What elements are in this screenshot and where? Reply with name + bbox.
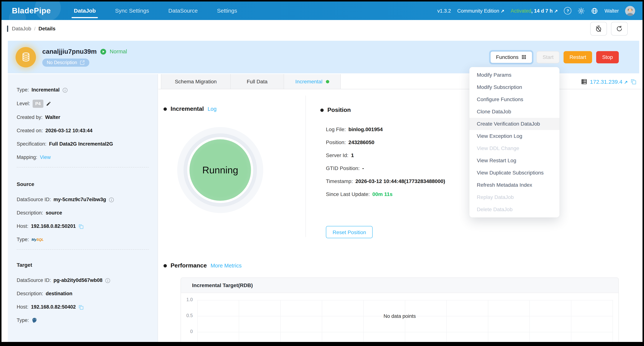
start-button[interactable]: Start (537, 51, 560, 63)
menu-item-replay-datajob: Replay DataJob (469, 191, 560, 203)
created-on-row: Created on:2026-03-12 10:43:44 (8, 127, 158, 134)
breadcrumb-current: Details (38, 25, 56, 31)
type-row: Type:Incremental (8, 86, 158, 94)
functions-button[interactable]: Functions (490, 51, 532, 63)
external-link-icon: ↗ (554, 8, 558, 13)
menu-item-configure-functions[interactable]: Configure Functions (469, 93, 560, 106)
pencil-edit-icon[interactable] (46, 101, 51, 106)
tab-schema-migration[interactable]: Schema Migration (161, 74, 230, 89)
navbar-right: v1.3.2 Community Edition ↗ Activated, 14… (437, 6, 635, 16)
copy-icon[interactable] (78, 224, 84, 229)
target-description-row: Description:destination (8, 290, 158, 298)
main-nav: DataJob Sync Settings DataSource Setting… (74, 1, 237, 20)
chart-title: Incremental Target(RDB) (181, 278, 618, 293)
log-file-row: Log File:binlog.001954 (326, 126, 445, 133)
restart-button[interactable]: Restart (564, 51, 592, 63)
phase-tabs: Schema Migration Full Data Incremental (161, 74, 341, 89)
menu-item-view-exception-log[interactable]: View Exception Log (469, 130, 560, 142)
job-actions: Functions Start Restart Stop (490, 51, 619, 63)
reset-position-button[interactable]: Reset Position (326, 226, 373, 238)
user-avatar[interactable] (625, 6, 635, 16)
copy-icon[interactable] (630, 78, 636, 85)
target-section-title: Target (17, 261, 158, 269)
job-name: canaljjiu7pnu39m (42, 48, 97, 55)
incremental-log-link[interactable]: Log (208, 106, 216, 112)
source-type-row: Type: MySQL (8, 236, 158, 243)
created-by-row: Created by:Walter (8, 114, 158, 121)
bullet-icon (164, 264, 167, 267)
bullet-icon (320, 108, 324, 112)
chart-empty-message: No data points (181, 314, 618, 319)
divider (158, 89, 642, 89)
job-info: canaljjiu7pnu39m Normal No Description (42, 48, 127, 66)
tab-full-data[interactable]: Full Data (230, 74, 284, 89)
timestamp-row: Timestamp:2026-03-12 10:44:48(1773283488… (326, 177, 445, 185)
breadcrumb-root[interactable]: DataJob (12, 25, 31, 31)
worker-ip-link[interactable]: 172.31.239.4 ↗ (590, 78, 628, 85)
incremental-section-head: Incremental Log (164, 106, 216, 112)
menu-item-modify-params[interactable]: Modify Params (469, 69, 560, 81)
worker-ip-row: 172.31.239.4 ↗ (581, 74, 636, 89)
timer-off-icon (595, 25, 602, 32)
username-label[interactable]: Walter (604, 8, 619, 13)
help-icon[interactable]: ? (564, 7, 572, 14)
tab-incremental[interactable]: Incremental (284, 74, 341, 89)
page-actions (590, 22, 628, 35)
since-last-update-row: Since Last Update:00m 11s (326, 190, 445, 198)
info-icon[interactable] (62, 87, 68, 93)
version-label: v1.3.2 (437, 8, 451, 13)
info-icon[interactable] (105, 278, 111, 283)
brand-logo[interactable]: BladePipe (12, 6, 51, 15)
target-type-row: Type: (8, 317, 158, 324)
mapping-view-link[interactable]: View (40, 154, 50, 161)
specification-row: Specification:Full Data2G Incremental2G (8, 140, 158, 148)
incremental-section-title: Incremental (170, 106, 204, 112)
language-globe-icon[interactable] (591, 7, 598, 14)
breadcrumb-row: DataJob / Details (2, 20, 642, 37)
job-avatar (16, 47, 36, 67)
position-section-title: Position (328, 107, 351, 113)
license-status[interactable]: Activated, 14 d 7 h ↗ (511, 8, 558, 13)
tab-incremental-label: Incremental (295, 78, 322, 84)
menu-item-modify-subscription[interactable]: Modify Subscription (469, 81, 560, 93)
menu-item-clone-datajob[interactable]: Clone DataJob (469, 106, 560, 118)
chart-plot-area (197, 300, 613, 342)
nav-item-sync-settings[interactable]: Sync Settings (115, 1, 149, 20)
info-icon[interactable] (109, 197, 114, 202)
job-description-text: No Description (47, 60, 77, 65)
gtid-position-row: GTID Position:- (326, 164, 445, 172)
job-description-pill[interactable]: No Description (42, 58, 89, 66)
nav-item-datajob[interactable]: DataJob (74, 1, 96, 20)
screen-frame: BladePipe DataJob Sync Settings DataSour… (0, 0, 644, 346)
nav-item-datasource[interactable]: DataSource (168, 1, 198, 20)
position-section-head: Position (320, 107, 351, 113)
functions-menu: Modify Params Modify Subscription Config… (469, 67, 560, 217)
functions-button-label: Functions (496, 54, 518, 60)
activated-label: Activated (511, 8, 531, 13)
copy-icon[interactable] (78, 304, 84, 310)
edition-link[interactable]: Community Edition ↗ (457, 8, 504, 13)
edit-icon (80, 60, 85, 65)
menu-item-view-duplicate-subscriptions[interactable]: View Duplicate Subscriptions (469, 167, 560, 179)
more-metrics-link[interactable]: More Metrics (210, 263, 242, 269)
performance-chart-card: Incremental Target(RDB) 1.0 0.5 0 No dat… (180, 278, 619, 342)
divider (17, 167, 149, 167)
refresh-button[interactable] (611, 22, 628, 35)
brightness-icon[interactable] (578, 7, 585, 14)
postgresql-icon (32, 318, 38, 324)
license-remaining: , 14 d 7 h (531, 8, 553, 13)
source-section-title: Source (17, 180, 158, 188)
menu-item-refresh-metadata-index[interactable]: Refresh Metadata Index (469, 179, 560, 191)
performance-section-head: Performance More Metrics (164, 262, 242, 269)
server-id-row: Server Id:1 (326, 151, 445, 159)
stop-button[interactable]: Stop (596, 51, 619, 63)
menu-item-view-restart-log[interactable]: View Restart Log (469, 154, 560, 167)
job-detail-sidebar: Type:Incremental Level:P4 Created by:Wal… (8, 74, 158, 342)
auto-refresh-off-button[interactable] (590, 22, 607, 35)
bullet-icon (164, 107, 167, 111)
divider (306, 96, 306, 237)
menu-item-view-ddl-change: View DDL Change (469, 142, 560, 154)
nav-item-settings[interactable]: Settings (217, 1, 237, 20)
status-circle: Running (177, 127, 263, 213)
menu-item-create-verification-datajob[interactable]: Create Verification DataJob (469, 118, 560, 130)
